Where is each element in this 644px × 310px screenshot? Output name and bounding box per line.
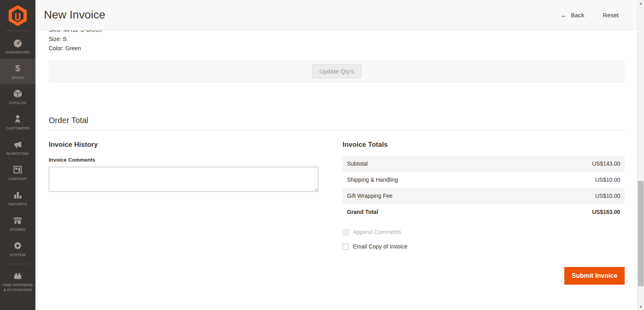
totals-row-value: US$163.00 — [592, 209, 620, 215]
email-copy-label: Email Copy of Invoice — [353, 243, 407, 250]
order-total-section-header: Order Total — [49, 116, 625, 131]
invoice-comments-textarea[interactable] — [49, 167, 318, 192]
totals-row-label: Subtotal — [347, 160, 367, 167]
product-sku-line-clipped: SKU: MH12-S-Green — [49, 30, 625, 35]
reports-icon — [13, 190, 23, 200]
invoice-comments-label: Invoice Comments — [49, 157, 318, 163]
scrollbar-down-arrow-icon[interactable]: ▼ — [638, 304, 644, 310]
sidebar-item-sales[interactable]: $ SALES — [0, 59, 35, 84]
totals-row-value: US$10.00 — [595, 193, 620, 199]
page-content: SKU: MH12-S-Green Size: S Color: Green U… — [35, 30, 637, 285]
vertical-scrollbar[interactable]: ▲ ▼ — [637, 0, 644, 310]
page-header: New Invoice ← Back Reset — [35, 0, 637, 30]
admin-sidebar: DASHBOARD $ SALES CATALOG CUSTOMERS MARK… — [0, 0, 35, 310]
order-total-columns: Invoice History Invoice Comments Invoice… — [49, 141, 625, 285]
sidebar-divider — [6, 264, 30, 264]
back-arrow-icon: ← — [560, 12, 567, 18]
sidebar-item-reports[interactable]: REPORTS — [0, 185, 35, 211]
sidebar-item-label: MARKETING — [6, 151, 29, 156]
sidebar-divider — [6, 31, 30, 31]
totals-row-grand-total: Grand Total US$163.00 — [343, 204, 625, 220]
email-copy-option[interactable]: Email Copy of Invoice — [343, 241, 625, 252]
sidebar-item-customers[interactable]: CUSTOMERS — [0, 109, 35, 135]
customers-icon — [13, 114, 22, 124]
totals-row-shipping: Shipping & Handling US$10.00 — [343, 172, 625, 188]
sidebar-item-label: CATALOG — [9, 101, 27, 105]
magento-admin-app: DASHBOARD $ SALES CATALOG CUSTOMERS MARK… — [0, 0, 644, 310]
reset-button-label: Reset — [603, 12, 619, 18]
append-comments-option: Append Comments — [343, 227, 625, 237]
sidebar-item-label: CUSTOMERS — [6, 126, 30, 131]
submit-row: Submit Invoice — [343, 267, 625, 285]
dashboard-icon — [13, 38, 23, 48]
sidebar-item-label: STORES — [10, 227, 26, 232]
scrollbar-thumb[interactable] — [638, 181, 644, 286]
submit-invoice-button[interactable]: Submit Invoice — [564, 267, 625, 285]
sidebar-item-system[interactable]: SYSTEM — [0, 236, 35, 261]
system-icon — [13, 240, 23, 251]
totals-row-subtotal: Subtotal US$143.00 — [343, 156, 625, 172]
append-comments-label: Append Comments — [353, 229, 401, 235]
invoice-history-title: Invoice History — [49, 141, 318, 149]
magento-logo-icon — [7, 4, 29, 27]
sales-icon: $ — [15, 63, 20, 74]
catalog-icon — [13, 88, 23, 99]
stores-icon — [13, 215, 23, 226]
sidebar-item-label: SALES — [12, 75, 24, 80]
sidebar-item-catalog[interactable]: CATALOG — [0, 84, 35, 109]
invoice-options: Append Comments Email Copy of Invoice — [343, 227, 625, 252]
email-copy-checkbox[interactable] — [343, 244, 349, 250]
invoice-totals-title: Invoice Totals — [343, 141, 625, 149]
product-color-text: Color: Green — [49, 44, 625, 53]
totals-row-label: Gift Wrapping Fee — [347, 193, 392, 199]
append-comments-checkbox — [343, 229, 349, 235]
order-total-title: Order Total — [49, 116, 625, 125]
content-icon — [13, 164, 23, 175]
reset-button[interactable]: Reset — [603, 12, 619, 18]
totals-row-value: US$10.00 — [595, 177, 620, 183]
sidebar-item-dashboard[interactable]: DASHBOARD — [0, 33, 35, 59]
sidebar-item-label: REPORTS — [8, 202, 27, 207]
invoice-totals-block: Invoice Totals Subtotal US$143.00 Shippi… — [343, 141, 625, 285]
back-button-label: Back — [571, 12, 584, 18]
sidebar-item-content[interactable]: CONTENT — [0, 160, 35, 185]
sidebar-item-label: SYSTEM — [10, 253, 26, 257]
product-size-text: Size: S — [49, 35, 625, 44]
find-partners-icon — [13, 271, 23, 281]
sidebar-item-label: DASHBOARD — [6, 50, 30, 55]
scrollbar-up-arrow-icon[interactable]: ▲ — [638, 0, 644, 6]
totals-row-gift-wrapping: Gift Wrapping Fee US$10.00 — [343, 188, 625, 204]
sidebar-item-find-partners[interactable]: FIND PARTNERS & EXTENSIONS — [0, 267, 35, 296]
totals-row-value: US$143.00 — [592, 160, 620, 167]
back-button[interactable]: ← Back — [560, 12, 584, 18]
page-title: New Invoice — [44, 8, 105, 21]
sidebar-item-stores[interactable]: STORES — [0, 211, 35, 236]
sidebar-item-label: CONTENT — [8, 177, 27, 181]
product-sku-text: SKU: MH12-S-Green — [49, 30, 625, 33]
main-panel: New Invoice ← Back Reset SKU: MH12-S-Gre… — [35, 0, 637, 310]
sidebar-item-label: FIND PARTNERS & EXTENSIONS — [2, 283, 34, 292]
update-qtys-button[interactable]: Update Qty's — [312, 64, 361, 78]
magento-logo[interactable] — [0, 0, 35, 31]
invoice-history-block: Invoice History Invoice Comments — [49, 141, 318, 285]
marketing-icon — [13, 139, 23, 150]
sidebar-item-marketing[interactable]: MARKETING — [0, 135, 35, 160]
invoice-totals-table: Subtotal US$143.00 Shipping & Handling U… — [343, 156, 625, 220]
totals-row-label: Shipping & Handling — [347, 177, 398, 183]
totals-row-label: Grand Total — [347, 209, 378, 215]
items-grid-footer: Update Qty's — [49, 60, 625, 83]
